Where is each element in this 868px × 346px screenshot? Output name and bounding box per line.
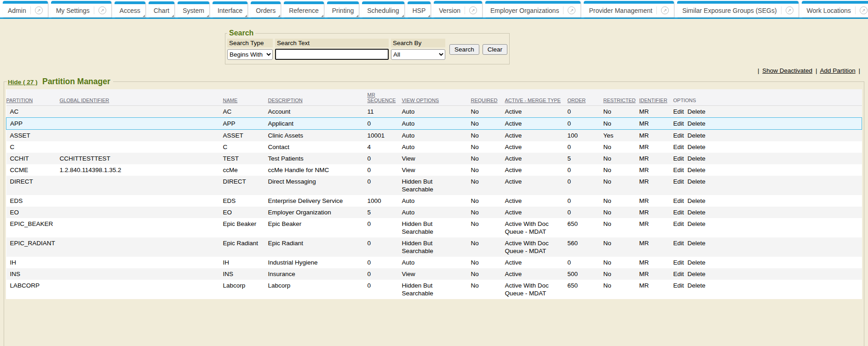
table-row[interactable]: INS INS Insurance 0 View No Active 500 N… bbox=[6, 268, 862, 280]
delete-link[interactable]: Delete bbox=[688, 197, 706, 204]
add-partition-link[interactable]: Add Partition bbox=[820, 67, 855, 74]
nav-tab[interactable]: Provider Management ↗ bbox=[584, 1, 674, 17]
column-header-label[interactable]: NAME bbox=[223, 98, 238, 103]
column-header-label[interactable]: RESTRICTED bbox=[604, 98, 636, 103]
table-row[interactable]: EPIC_RADIANT Epic Radiant Epic Radiant 0… bbox=[6, 237, 862, 257]
table-row[interactable]: C C Contact 4 Auto No Active 0 No MR Edi… bbox=[6, 141, 862, 153]
table-row[interactable]: APP APP Applicant 0 Auto No Active 0 No … bbox=[6, 118, 862, 130]
column-header-label[interactable]: PARTITION bbox=[6, 98, 33, 103]
column-header-label[interactable]: ORDER bbox=[568, 98, 586, 103]
nav-tab[interactable]: Version ↗ bbox=[434, 1, 482, 17]
column-header-label[interactable]: DESCRIPTION bbox=[268, 98, 303, 103]
cell-description: Enterprise Delivery Service bbox=[268, 195, 368, 207]
column-header-label[interactable]: ACTIVE - MERGE TYPE bbox=[505, 98, 561, 103]
cell-required: No bbox=[471, 106, 505, 118]
open-in-new-window-icon[interactable]: ↗ bbox=[35, 6, 43, 14]
nav-tab[interactable]: Reference ↗ bbox=[284, 1, 324, 17]
delete-link[interactable]: Delete bbox=[688, 220, 706, 227]
search-by-select[interactable]: All bbox=[391, 49, 445, 60]
column-header-label[interactable]: VIEW OPTIONS bbox=[402, 98, 439, 103]
table-row[interactable]: DIRECT DIRECT Direct Messaging 0 Hidden … bbox=[6, 176, 862, 195]
open-in-new-window-icon[interactable]: ↗ bbox=[860, 6, 868, 14]
show-deactivated-link[interactable]: Show Deactivated bbox=[762, 67, 812, 74]
table-row[interactable]: CCME 1.2.840.114398.1.35.2 ccMe ccMe Han… bbox=[6, 164, 862, 176]
column-header: DESCRIPTION bbox=[268, 89, 368, 106]
open-in-new-window-icon[interactable]: ↗ bbox=[661, 6, 669, 14]
edit-link[interactable]: Edit bbox=[673, 132, 684, 139]
nav-tab[interactable]: Admin ↗ bbox=[3, 1, 48, 17]
nav-tab[interactable]: Similar Exposure Groups (SEGs) ↗ bbox=[677, 1, 798, 17]
cell-global-identifier bbox=[60, 106, 223, 118]
edit-link[interactable]: Edit bbox=[673, 271, 684, 277]
edit-link[interactable]: Edit bbox=[673, 197, 684, 204]
table-row[interactable]: LABCORP Labcorp Labcorp 0 Hidden But Sea… bbox=[6, 280, 862, 299]
search-type-select[interactable]: Begins With bbox=[227, 49, 273, 60]
cell-restricted: No bbox=[604, 237, 639, 257]
delete-link[interactable]: Delete bbox=[688, 132, 706, 139]
nav-tab-label: System bbox=[183, 7, 204, 14]
cell-order: 0 bbox=[568, 176, 604, 195]
delete-link[interactable]: Delete bbox=[688, 167, 706, 173]
open-in-new-window-icon[interactable]: ↗ bbox=[98, 6, 106, 14]
nav-tab[interactable]: Printing ↗ bbox=[327, 1, 359, 17]
table-row[interactable]: EDS EDS Enterprise Delivery Service 1000… bbox=[6, 195, 862, 207]
delete-link[interactable]: Delete bbox=[688, 282, 706, 289]
table-row[interactable]: EPIC_BEAKER Epic Beaker Epic Beaker 0 Hi… bbox=[6, 218, 862, 237]
delete-link[interactable]: Delete bbox=[688, 259, 706, 266]
nav-tab[interactable]: Work Locations ↗ bbox=[802, 1, 868, 17]
table-row[interactable]: IH IH Industrial Hygiene 0 Auto No Activ… bbox=[6, 257, 862, 268]
table-row[interactable]: AC AC Account 11 Auto No Active 0 No MR … bbox=[6, 106, 862, 118]
edit-link[interactable]: Edit bbox=[673, 144, 684, 150]
dropdown-caret-icon bbox=[402, 15, 404, 17]
cell-required: No bbox=[471, 130, 505, 142]
nav-tab[interactable]: Interface ↗ bbox=[213, 1, 247, 17]
edit-link[interactable]: Edit bbox=[673, 167, 684, 173]
delete-link[interactable]: Delete bbox=[688, 155, 706, 162]
column-header-label[interactable]: IDENTIFIER bbox=[639, 98, 667, 103]
delete-link[interactable]: Delete bbox=[688, 108, 706, 115]
edit-link[interactable]: Edit bbox=[673, 220, 684, 227]
column-header-label[interactable]: REQUIRED bbox=[471, 98, 498, 103]
delete-link[interactable]: Delete bbox=[688, 120, 706, 127]
edit-link[interactable]: Edit bbox=[673, 108, 684, 115]
delete-link[interactable]: Delete bbox=[688, 240, 706, 247]
nav-tab[interactable]: Scheduling ↗ bbox=[362, 1, 404, 17]
table-row[interactable]: EO EO Employer Organization 5 Auto No Ac… bbox=[6, 207, 862, 218]
edit-link[interactable]: Edit bbox=[673, 259, 684, 266]
open-in-new-window-icon[interactable]: ↗ bbox=[786, 6, 793, 14]
edit-link[interactable]: Edit bbox=[673, 240, 684, 247]
edit-link[interactable]: Edit bbox=[673, 282, 684, 289]
edit-link[interactable]: Edit bbox=[673, 155, 684, 162]
cell-active-merge-type: Active bbox=[505, 118, 568, 130]
cell-description: Labcorp bbox=[268, 280, 368, 299]
clear-button[interactable]: Clear bbox=[483, 44, 507, 55]
nav-tab-label: Chart bbox=[154, 7, 169, 14]
hide-count-link[interactable]: Hide ( 27 ) bbox=[8, 79, 38, 86]
edit-link[interactable]: Edit bbox=[673, 209, 684, 216]
delete-link[interactable]: Delete bbox=[688, 178, 706, 185]
column-header-label[interactable]: GLOBAL IDENTIFIER bbox=[60, 98, 109, 103]
nav-tab[interactable]: Access ↗ bbox=[115, 1, 145, 17]
cell-identifier: MR bbox=[639, 237, 673, 257]
column-header-label[interactable]: OPTIONS bbox=[673, 98, 696, 103]
nav-tab[interactable]: My Settings ↗ bbox=[51, 1, 111, 17]
table-row[interactable]: ASSET ASSET Clinic Assets 10001 Auto No … bbox=[6, 130, 862, 142]
cell-description: Epic Radiant bbox=[268, 237, 368, 257]
open-in-new-window-icon[interactable]: ↗ bbox=[469, 6, 477, 14]
nav-tab[interactable]: Chart ↗ bbox=[149, 1, 174, 17]
delete-link[interactable]: Delete bbox=[688, 271, 706, 277]
edit-link[interactable]: Edit bbox=[673, 178, 684, 185]
open-in-new-window-icon[interactable]: ↗ bbox=[568, 6, 575, 14]
delete-link[interactable]: Delete bbox=[688, 209, 706, 216]
nav-tab[interactable]: Orders ↗ bbox=[251, 1, 281, 17]
nav-tab[interactable]: System ↗ bbox=[178, 1, 209, 17]
column-header-label[interactable]: MR SEQUENCE bbox=[368, 92, 396, 103]
search-text-input[interactable] bbox=[275, 49, 389, 60]
nav-tab[interactable]: Employer Organizations ↗ bbox=[485, 1, 581, 17]
search-button[interactable]: Search bbox=[449, 44, 479, 55]
cell-restricted: No bbox=[604, 153, 639, 164]
nav-tab[interactable]: HSP ↗ bbox=[408, 1, 431, 17]
edit-link[interactable]: Edit bbox=[673, 120, 684, 127]
table-row[interactable]: CCHIT CCHITTESTTEST TEST Test Patients 0… bbox=[6, 153, 862, 164]
delete-link[interactable]: Delete bbox=[688, 144, 706, 150]
